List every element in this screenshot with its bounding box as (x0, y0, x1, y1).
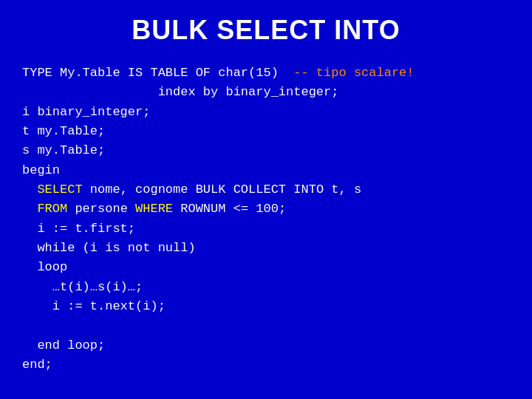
code-line-1: TYPE My.Table IS TABLE OF char(15) -- ti… (22, 64, 510, 83)
slide-title: BULK SELECT INTO (22, 15, 510, 46)
code-line-11: loop (22, 258, 510, 277)
code-line-16: end; (22, 355, 510, 375)
slide: BULK SELECT INTO TYPE My.Table IS TABLE … (0, 0, 532, 399)
code-line-12: …t(i)…s(i)…; (22, 278, 510, 297)
code-line-7: SELECT nome, cognome BULK COLLECT INTO t… (22, 180, 510, 200)
code-line-5: s my.Table; (22, 141, 510, 160)
code-line-14 (22, 316, 510, 335)
code-line-9: i := t.first; (22, 219, 510, 239)
code-line-2: index by binary_integer; (22, 83, 510, 102)
code-line-13: i := t.next(i); (22, 297, 510, 316)
code-line-6: begin (22, 161, 510, 180)
code-line-8: FROM persone WHERE ROWNUM <= 100; (22, 200, 510, 219)
code-block: TYPE My.Table IS TABLE OF char(15) -- ti… (22, 64, 510, 375)
code-line-15: end loop; (22, 336, 510, 355)
code-line-3: i binary_integer; (22, 103, 510, 122)
code-line-10: while (i is not null) (22, 239, 510, 258)
code-line-4: t my.Table; (22, 122, 510, 141)
